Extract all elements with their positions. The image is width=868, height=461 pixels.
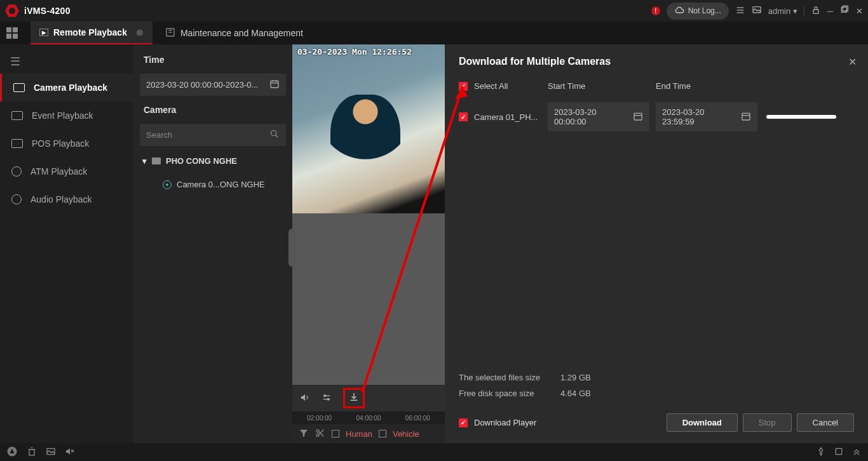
camera-icon <box>13 83 25 92</box>
calendar-icon <box>633 111 643 123</box>
download-player-checkbox[interactable]: ✓ <box>459 418 468 427</box>
start-time-header: Start Time <box>548 81 656 91</box>
close-icon[interactable]: ✕ <box>848 56 857 68</box>
video-osd-timestamp: 03-20-2023 Mon 12:26:52 <box>297 47 412 57</box>
video-toolbar <box>292 385 445 411</box>
sidebar-nav: ☰ Camera Playback Event Playback POS Pla… <box>0 44 133 443</box>
download-button[interactable]: Download <box>667 413 738 432</box>
select-all-label: Select All <box>474 81 508 91</box>
pin-icon[interactable] <box>816 446 826 458</box>
trash-icon[interactable] <box>27 446 37 458</box>
user-menu[interactable]: admin ▾ <box>768 6 797 16</box>
svg-point-19 <box>327 398 329 400</box>
close-button[interactable]: ✕ <box>856 6 863 16</box>
svg-rect-27 <box>742 113 750 120</box>
video-frame[interactable]: 03-20-2023 Mon 12:26:52 <box>292 44 445 213</box>
human-checkbox[interactable] <box>332 430 339 438</box>
row-checkbox[interactable]: ✓ <box>459 112 468 121</box>
tab-remote-playback[interactable]: ▶ Remote Playback ⊗ <box>31 22 153 44</box>
app-title: iVMS-4200 <box>24 6 71 16</box>
camera-search-input[interactable]: Search <box>140 124 286 146</box>
filter-row: Human Vehicle <box>292 424 445 443</box>
audio-icon <box>11 194 22 204</box>
video-empty-area <box>292 213 445 385</box>
start-time-input[interactable]: 2023-03-20 00:00:00 <box>548 102 649 131</box>
select-all-checkbox[interactable]: ✓ <box>459 82 468 91</box>
free-disk-value: 4.64 GB <box>560 389 591 398</box>
download-panel: Download for Multiple Cameras ✕ ✓ Select… <box>445 44 868 443</box>
cloud-icon <box>674 5 684 17</box>
event-icon <box>11 111 23 120</box>
row-camera-name: Camera 01_PH... <box>474 112 538 122</box>
scissors-icon[interactable] <box>315 428 325 440</box>
nav-camera-playback[interactable]: Camera Playback <box>0 74 133 102</box>
svg-rect-30 <box>29 449 34 455</box>
svg-rect-36 <box>836 448 841 454</box>
svg-point-21 <box>316 429 319 432</box>
login-status-button[interactable]: Not Log... <box>667 3 729 20</box>
lock-icon[interactable] <box>811 5 821 17</box>
tree-panel: Time 2023-03-20 00:00:00-2023-0... Camer… <box>133 44 292 443</box>
nav-event-playback[interactable]: Event Playback <box>0 102 133 130</box>
volume-icon[interactable] <box>300 392 310 404</box>
alert-icon[interactable]: ! <box>651 6 660 15</box>
tree-camera-item[interactable]: ● Camera 0...ONG NGHE <box>140 176 286 193</box>
download-button[interactable] <box>343 388 365 408</box>
selected-size-value: 1.29 GB <box>560 373 591 382</box>
image-icon[interactable] <box>46 446 56 458</box>
minimize-button[interactable]: ─ <box>827 6 833 16</box>
chevron-down-icon: ▾ <box>142 156 147 166</box>
end-time-input[interactable]: 2023-03-20 23:59:59 <box>656 102 757 131</box>
camera-section-label: Camera <box>140 102 286 117</box>
timeline[interactable]: 02:00:00 04:00:00 06:00:00 <box>292 411 445 424</box>
tree-folder[interactable]: ▾ PHO CONG NGHE <box>140 152 286 170</box>
svg-point-22 <box>316 434 319 436</box>
pos-icon <box>11 139 23 148</box>
free-disk-label: Free disk space size <box>459 389 560 398</box>
nav-pos-playback[interactable]: POS Playback <box>0 130 133 157</box>
picture-icon[interactable] <box>752 5 762 17</box>
alarm-icon[interactable] <box>6 446 18 459</box>
title-bar: iVMS-4200 ! Not Log... admin ▾ ─ ✕ <box>0 0 868 22</box>
download-player-label: Download Player <box>474 418 536 427</box>
tab-maintenance[interactable]: Maintenance and Management <box>156 22 312 44</box>
folder-icon <box>152 157 161 164</box>
svg-rect-6 <box>843 6 848 11</box>
restore-icon[interactable] <box>834 446 844 458</box>
nav-atm-playback[interactable]: ATM Playback <box>0 157 133 185</box>
stop-button[interactable]: Stop <box>743 413 792 432</box>
menu-toggle-icon[interactable]: ☰ <box>0 50 133 74</box>
sliders-icon[interactable] <box>322 392 332 404</box>
maximize-button[interactable] <box>839 5 850 17</box>
svg-rect-4 <box>813 10 818 13</box>
time-range-picker[interactable]: 2023-03-20 00:00:00-2023-0... <box>140 74 286 96</box>
nav-audio-playback[interactable]: Audio Playback <box>0 185 133 213</box>
app-logo <box>5 4 19 18</box>
resize-handle[interactable] <box>288 229 296 267</box>
funnel-icon[interactable] <box>299 428 309 440</box>
svg-point-18 <box>324 395 326 397</box>
selected-size-label: The selected files size <box>459 373 560 382</box>
camera-status-icon: ● <box>163 180 172 189</box>
svg-rect-25 <box>634 113 642 120</box>
calendar-icon <box>741 111 751 123</box>
search-icon <box>269 129 280 141</box>
atm-icon <box>11 166 22 177</box>
list-icon[interactable] <box>735 5 745 17</box>
mute-icon[interactable] <box>65 446 75 458</box>
cancel-button[interactable]: Cancel <box>797 413 854 432</box>
calendar-icon <box>269 79 280 91</box>
end-time-header: End Time <box>656 81 764 91</box>
download-title: Download for Multiple Cameras <box>459 56 854 67</box>
expand-icon[interactable] <box>851 446 862 458</box>
human-label: Human <box>346 429 372 439</box>
apps-grid-icon[interactable] <box>6 27 18 39</box>
svg-rect-5 <box>841 7 846 12</box>
download-row: ✓ Camera 01_PH... 2023-03-20 00:00:00 20… <box>459 102 854 131</box>
tab-close-icon[interactable]: ⊗ <box>136 27 144 37</box>
download-progress <box>766 115 836 119</box>
svg-line-15 <box>276 135 278 137</box>
svg-point-14 <box>271 131 276 136</box>
vehicle-checkbox[interactable] <box>379 430 386 438</box>
vehicle-label: Vehicle <box>393 429 419 439</box>
